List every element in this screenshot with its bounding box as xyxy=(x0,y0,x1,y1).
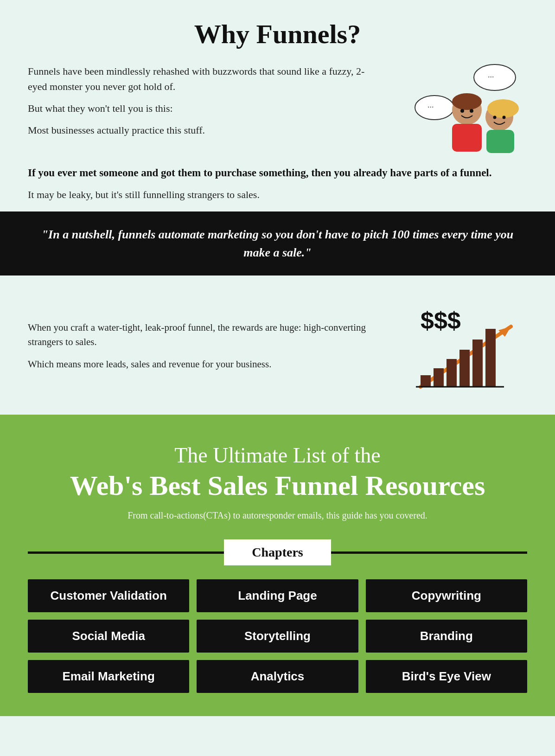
chat-people-icon: ··· ··· xyxy=(402,64,523,156)
svg-rect-20 xyxy=(459,350,470,387)
chapter-landing-page[interactable]: Landing Page xyxy=(197,579,358,612)
chapters-grid: Customer Validation Landing Page Copywri… xyxy=(28,579,527,693)
intro-highlight: If you ever met someone and got them to … xyxy=(28,166,527,180)
svg-point-0 xyxy=(474,64,516,90)
intro-paragraph-4: It may be leaky, but it's still funnelli… xyxy=(28,187,527,202)
chapter-email-marketing[interactable]: Email Marketing xyxy=(28,660,189,693)
svg-point-6 xyxy=(460,109,464,113)
quote-block: "In a nutshell, funnels automate marketi… xyxy=(0,211,555,275)
svg-rect-17 xyxy=(421,375,431,387)
money-chart-icon: $$$ xyxy=(393,303,523,396)
main-title: Why Funnels? xyxy=(28,19,527,50)
results-text: When you craft a water-tight, leak-proof… xyxy=(28,320,370,379)
svg-point-12 xyxy=(503,116,506,119)
intro-row: Funnels have been mindlessly rehashed wi… xyxy=(28,64,527,156)
intro-paragraph-2: But what they won't tell you is this: xyxy=(28,101,379,116)
intro-paragraph-3: Most businesses actually practice this s… xyxy=(28,122,379,138)
subtitle-text: From call-to-actions(CTAs) to autorespon… xyxy=(28,510,527,521)
chapter-storytelling[interactable]: Storytelling xyxy=(197,620,358,653)
chapters-label: Chapters xyxy=(224,539,331,565)
chapters-line-right xyxy=(331,551,527,554)
quote-text: "In a nutshell, funnels automate marketi… xyxy=(28,225,527,262)
intro-paragraph-1: Funnels have been mindlessly rehashed wi… xyxy=(28,64,379,94)
chapter-analytics[interactable]: Analytics xyxy=(197,660,358,693)
chapter-social-media[interactable]: Social Media xyxy=(28,620,189,653)
top-section: Why Funnels? Funnels have been mindlessl… xyxy=(0,0,555,415)
svg-text:···: ··· xyxy=(427,103,434,112)
svg-rect-22 xyxy=(485,329,496,387)
svg-rect-8 xyxy=(452,124,482,152)
results-paragraph-2: Which means more leads, sales and revenu… xyxy=(28,357,370,372)
chapters-label-text: Chapters xyxy=(252,545,303,559)
chapters-header-row: Chapters xyxy=(28,539,527,565)
intro-text: Funnels have been mindlessly rehashed wi… xyxy=(28,64,379,144)
svg-point-11 xyxy=(493,116,497,119)
chapter-copywriting[interactable]: Copywriting xyxy=(366,579,527,612)
svg-rect-18 xyxy=(434,368,444,387)
svg-text:$$$: $$$ xyxy=(421,307,461,334)
svg-text:···: ··· xyxy=(488,72,494,82)
svg-rect-21 xyxy=(472,340,483,387)
svg-rect-19 xyxy=(447,359,457,387)
ultimate-title-line2: Web's Best Sales Funnel Resources xyxy=(28,470,527,501)
chapter-birds-eye-view[interactable]: Bird's Eye View xyxy=(366,660,527,693)
svg-rect-13 xyxy=(486,130,514,153)
green-section: The Ultimate List of the Web's Best Sale… xyxy=(0,415,555,716)
svg-point-5 xyxy=(452,93,482,110)
chart-illustration: $$$ xyxy=(388,303,527,396)
chat-illustration: ··· ··· xyxy=(397,64,527,156)
results-section: When you craft a water-tight, leak-proof… xyxy=(28,285,527,401)
chapters-line-left xyxy=(28,551,224,554)
svg-point-7 xyxy=(470,109,473,113)
chapter-branding[interactable]: Branding xyxy=(366,620,527,653)
chapter-customer-validation[interactable]: Customer Validation xyxy=(28,579,189,612)
svg-point-10 xyxy=(487,99,519,118)
ultimate-title-line1: The Ultimate List of the xyxy=(28,442,527,468)
results-paragraph-1: When you craft a water-tight, leak-proof… xyxy=(28,320,370,350)
svg-point-2 xyxy=(415,96,454,120)
